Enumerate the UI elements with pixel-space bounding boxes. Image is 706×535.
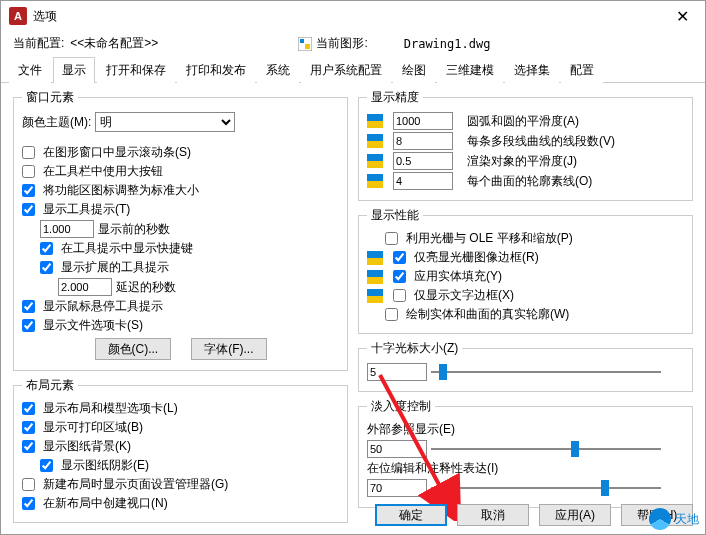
chk-raster-pan[interactable]: [385, 232, 398, 245]
colors-button[interactable]: 颜色(C)...: [95, 338, 172, 360]
chk-layout-tabs[interactable]: [22, 402, 35, 415]
inplace-fade-input[interactable]: [367, 479, 427, 497]
chk-solid-fill[interactable]: [393, 270, 406, 283]
svg-rect-8: [367, 161, 383, 168]
chk-paper-bg[interactable]: [22, 440, 35, 453]
lbl-draw-silhouette: 绘制实体和曲面的真实轮廓(W): [406, 306, 569, 323]
dwg-override-icon: [367, 251, 383, 265]
svg-rect-1: [300, 39, 304, 43]
svg-rect-9: [367, 174, 383, 181]
lbl-ext-tooltip-delay: 延迟的秒数: [116, 279, 176, 296]
lbl-paper-shadow: 显示图纸阴影(E): [61, 457, 149, 474]
font-button[interactable]: 字体(F)...: [191, 338, 266, 360]
apply-button[interactable]: 应用(A): [539, 504, 611, 526]
surface-lines-input[interactable]: [393, 172, 453, 190]
lbl-file-tab: 显示文件选项卡(S): [43, 317, 143, 334]
lbl-big-toolbar: 在工具栏中使用大按钮: [43, 163, 163, 180]
svg-rect-15: [367, 289, 383, 296]
chk-tooltip[interactable]: [22, 203, 35, 216]
dialog-footer: 确定 取消 应用(A) 帮助(H): [375, 504, 693, 526]
arc-smooth-input[interactable]: [393, 112, 453, 130]
legend-window-elements: 窗口元素: [22, 89, 78, 106]
svg-rect-14: [367, 277, 383, 284]
chk-hover-tip[interactable]: [22, 300, 35, 313]
legend-display-precision: 显示精度: [367, 89, 423, 106]
svg-rect-7: [367, 154, 383, 161]
lbl-highlight-raster: 仅亮显光栅图像边框(R): [414, 249, 539, 266]
tab-open-save[interactable]: 打开和保存: [97, 57, 175, 83]
chk-ribbon-icon-size[interactable]: [22, 184, 35, 197]
group-display-performance: 显示性能 利用光栅与 OLE 平移和缩放(P) 仅亮显光栅图像边框(R) 应用实…: [358, 207, 693, 334]
lbl-raster-pan: 利用光栅与 OLE 平移和缩放(P): [406, 230, 573, 247]
ok-button[interactable]: 确定: [375, 504, 447, 526]
ext-tooltip-delay-input[interactable]: [58, 278, 112, 296]
tab-config[interactable]: 配置: [561, 57, 603, 83]
chk-print-area[interactable]: [22, 421, 35, 434]
tab-display[interactable]: 显示: [53, 57, 95, 83]
chk-ext-tooltip[interactable]: [40, 261, 53, 274]
tab-draw[interactable]: 绘图: [393, 57, 435, 83]
chk-new-viewport[interactable]: [22, 497, 35, 510]
tab-system[interactable]: 系统: [257, 57, 299, 83]
tab-file[interactable]: 文件: [9, 57, 51, 83]
svg-rect-11: [367, 251, 383, 258]
tab-print-publish[interactable]: 打印和发布: [177, 57, 255, 83]
cancel-button[interactable]: 取消: [457, 504, 529, 526]
crosshair-input[interactable]: [367, 363, 427, 381]
group-display-precision: 显示精度 圆弧和圆的平滑度(A) 每条多段线曲线的线段数(V) 渲染对象的平滑度…: [358, 89, 693, 201]
dwg-override-icon: [367, 174, 383, 188]
chk-text-frame[interactable]: [393, 289, 406, 302]
current-config-label: 当前配置:: [13, 35, 64, 52]
inplace-fade-slider[interactable]: [431, 481, 661, 495]
svg-rect-6: [367, 141, 383, 148]
render-smooth-input[interactable]: [393, 152, 453, 170]
help-button[interactable]: 帮助(H): [621, 504, 693, 526]
lbl-solid-fill: 应用实体填充(Y): [414, 268, 502, 285]
tab-strip: 文件 显示 打开和保存 打印和发布 系统 用户系统配置 绘图 三维建模 选择集 …: [1, 56, 705, 83]
svg-rect-12: [367, 258, 383, 265]
legend-fade-control: 淡入度控制: [367, 398, 435, 415]
lbl-print-area: 显示可打印区域(B): [43, 419, 143, 436]
current-drawing-label: 当前图形:: [316, 35, 367, 52]
xref-fade-input[interactable]: [367, 440, 427, 458]
chk-tooltip-shortcut[interactable]: [40, 242, 53, 255]
tab-user-system[interactable]: 用户系统配置: [301, 57, 391, 83]
tab-3d[interactable]: 三维建模: [437, 57, 503, 83]
lbl-ribbon-icon-size: 将功能区图标调整为标准大小: [43, 182, 199, 199]
legend-crosshair: 十字光标大小(Z): [367, 340, 462, 357]
chk-highlight-raster[interactable]: [393, 251, 406, 264]
lbl-tooltip: 显示工具提示(T): [43, 201, 130, 218]
dwg-icon: [298, 37, 312, 51]
current-drawing-value: Drawing1.dwg: [404, 37, 491, 51]
dwg-override-icon: [367, 289, 383, 303]
chk-draw-silhouette[interactable]: [385, 308, 398, 321]
chk-paper-shadow[interactable]: [40, 459, 53, 472]
lbl-xref-fade: 外部参照显示(E): [367, 421, 455, 438]
lbl-pagesetup: 新建布局时显示页面设置管理器(G): [43, 476, 228, 493]
svg-rect-2: [305, 44, 310, 49]
polyline-seg-input[interactable]: [393, 132, 453, 150]
crosshair-slider[interactable]: [431, 365, 661, 379]
legend-display-performance: 显示性能: [367, 207, 423, 224]
current-config-value: <<未命名配置>>: [70, 35, 158, 52]
chk-scrollbar[interactable]: [22, 146, 35, 159]
close-button[interactable]: ✕: [668, 7, 697, 26]
chk-big-toolbar[interactable]: [22, 165, 35, 178]
legend-layout-elements: 布局元素: [22, 377, 78, 394]
chk-pagesetup[interactable]: [22, 478, 35, 491]
color-theme-select[interactable]: 明: [95, 112, 235, 132]
xref-fade-slider[interactable]: [431, 442, 661, 456]
lbl-scrollbar: 在图形窗口中显示滚动条(S): [43, 144, 191, 161]
lbl-arc-smooth: 圆弧和圆的平滑度(A): [467, 113, 579, 130]
dwg-override-icon: [367, 114, 383, 128]
tooltip-delay-input[interactable]: [40, 220, 94, 238]
options-dialog: A 选项 ✕ 当前配置: <<未命名配置>> 当前图形: Drawing1.dw…: [0, 0, 706, 535]
tab-select[interactable]: 选择集: [505, 57, 559, 83]
lbl-surface-lines: 每个曲面的轮廓素线(O): [467, 173, 592, 190]
lbl-tooltip-shortcut: 在工具提示中显示快捷键: [61, 240, 193, 257]
lbl-new-viewport: 在新布局中创建视口(N): [43, 495, 168, 512]
svg-rect-10: [367, 181, 383, 188]
chk-file-tab[interactable]: [22, 319, 35, 332]
group-window-elements: 窗口元素 颜色主题(M): 明 在图形窗口中显示滚动条(S) 在工具栏中使用大按…: [13, 89, 348, 371]
svg-rect-3: [367, 114, 383, 121]
